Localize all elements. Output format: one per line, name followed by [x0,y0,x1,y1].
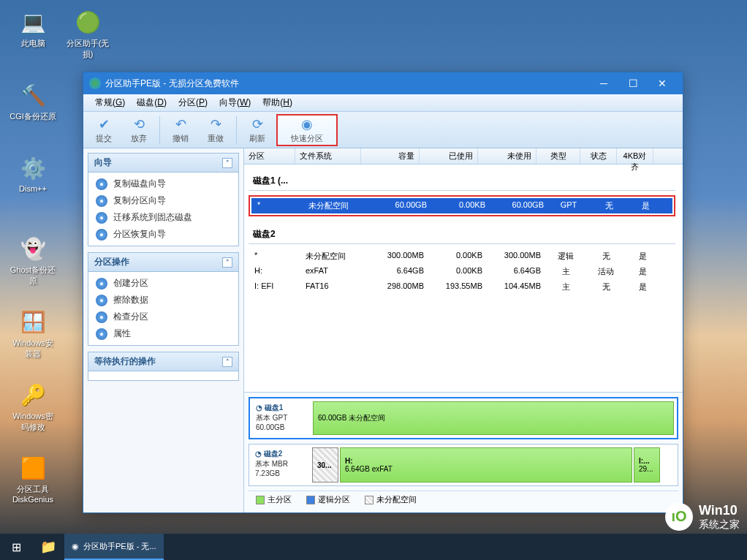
taskbar-app-item[interactable]: ◉ 分区助手PE版 - 无... [64,534,164,560]
selected-row-highlight: *未分配空间60.00GB0.00KB60.00GBGPT无是 [249,195,675,216]
app-icon: ◉ [72,542,79,551]
sidebar-item-label: 擦除数据 [113,294,148,306]
sidebar-item[interactable]: ●复制磁盘向导 [88,175,238,192]
disk-group-label[interactable]: 磁盘1 (... [249,169,675,190]
titlebar[interactable]: 分区助手PE版 - 无损分区免费软件 ─ ☐ ✕ [83,72,683,94]
desktop-icon-label: Ghost备份还 原 [7,265,58,287]
disk-icon: ◔ [256,404,262,412]
desktop-icon[interactable]: 🟧分区工具 DiskGenius [7,453,58,504]
sidebar-item[interactable]: ●属性 [88,325,238,342]
quick-partition-button[interactable]: ◉快速分区 [276,114,338,146]
menu-item[interactable]: 帮助(H) [257,95,298,110]
pending-panel: 等待执行的操作 ˄ [88,352,239,381]
menu-item[interactable]: 磁盘(D) [131,95,172,110]
disk-segment[interactable]: 30... [312,447,338,483]
sidebar-item[interactable]: ●检查分区 [88,309,238,325]
minimize-button[interactable]: ─ [589,76,618,91]
quick-partition-icon: ◉ [301,116,313,132]
col-partition[interactable]: 分区 [244,148,295,164]
sidebar-item-label: 复制分区向导 [113,194,166,207]
check-icon: ✔ [99,116,110,132]
desktop-icon[interactable]: 🪟Windows安 装器 [7,307,58,360]
wizard-panel: 向导 ˄ ●复制磁盘向导●复制分区向导●迁移系统到固态磁盘●分区恢复向导 [88,153,239,246]
desktop-icon-glyph: 🔨 [18,80,48,110]
desktop-icon[interactable]: 🟢分区助手(无 损) [62,7,113,60]
col-capacity[interactable]: 容量 [361,148,420,164]
desktop-icon[interactable]: ⚙️Dism++ [7,154,58,193]
disk-icon: ◔ [255,450,262,458]
col-used[interactable]: 已使用 [420,148,478,164]
desktop-icon-label: 分区工具 DiskGenius [7,484,58,504]
disk-segment[interactable]: H:6.64GB exFAT [340,447,632,483]
col-unused[interactable]: 未使用 [478,148,536,164]
desktop-icon-label: Windows密 码修改 [7,411,58,433]
desktop-icon[interactable]: 👻Ghost备份还 原 [7,234,58,287]
menu-item[interactable]: 常规(G) [89,95,131,110]
disk-group-label[interactable]: 磁盘2 [249,222,675,243]
app-window: 分区助手PE版 - 无损分区免费软件 ─ ☐ ✕ 常规(G)磁盘(D)分区(P)… [83,72,683,513]
disk-info: ◔ 磁盘2 基本 MBR 7.23GB [252,447,312,483]
maximize-button[interactable]: ☐ [618,76,648,91]
undo-button[interactable]: ↶撤销 [164,114,197,146]
desktop-icon[interactable]: 💻此电脑 [7,7,58,49]
disk-segment[interactable]: 60.00GB 未分配空间 [313,401,674,435]
table-row[interactable]: H:exFAT6.64GB0.00KB6.64GB主活动是 [249,264,675,279]
desktop-icon-glyph: 🟧 [18,453,48,483]
sidebar-item[interactable]: ●迁移系统到固态磁盘 [88,209,238,226]
commit-button[interactable]: ✔提交 [88,114,120,146]
desktop-icon-label: 此电脑 [7,38,58,49]
refresh-icon: ⟳ [252,116,263,132]
content-area: 分区 文件系统 容量 已使用 未使用 类型 状态 4KB对齐 磁盘1 (... … [244,148,683,512]
partition-table-header: 分区 文件系统 容量 已使用 未使用 类型 状态 4KB对齐 [244,148,683,164]
separator [159,116,160,144]
col-filesystem[interactable]: 文件系统 [295,148,361,164]
desktop-icon-label: Windows安 装器 [7,338,58,360]
col-type[interactable]: 类型 [536,148,580,164]
desktop-icon-glyph: 🟢 [73,7,102,37]
collapse-icon[interactable]: ˄ [222,357,232,367]
start-button[interactable]: ⊞ [0,534,32,560]
legend-swatch-primary [256,496,265,504]
col-status[interactable]: 状态 [580,148,617,164]
sidebar-item-label: 属性 [113,328,131,340]
window-title: 分区助手PE版 - 无损分区免费软件 [105,77,589,90]
desktop-icon-label: CGI备份还原 [7,111,58,122]
sidebar: 向导 ˄ ●复制磁盘向导●复制分区向导●迁移系统到固态磁盘●分区恢复向导 分区操… [83,148,244,512]
table-row[interactable]: I: EFIFAT16298.00MB193.55MB104.45MB主无是 [249,279,675,295]
desktop-icon-label: 分区助手(无 损) [62,38,113,60]
sidebar-item-label: 检查分区 [113,311,148,323]
close-button[interactable]: ✕ [648,76,677,91]
collapse-icon[interactable]: ˄ [222,158,232,168]
legend-swatch-unalloc [365,496,374,504]
disk-map-2[interactable]: ◔ 磁盘2 基本 MBR 7.23GB 30...H:6.64GB exFATI… [249,444,678,486]
ops-panel-header[interactable]: 分区操作 ˄ [88,253,238,272]
menu-item[interactable]: 分区(P) [172,95,213,110]
sidebar-item-label: 迁移系统到固态磁盘 [113,211,192,224]
disk-segment[interactable]: I:...29... [634,447,660,483]
collapse-icon[interactable]: ˄ [222,257,232,268]
sidebar-item-label: 复制磁盘向导 [113,178,166,190]
refresh-button[interactable]: ⟳刷新 [241,114,273,146]
table-row[interactable]: *未分配空间300.00MB0.00KB300.00MB逻辑无是 [249,249,675,264]
sidebar-item[interactable]: ●擦除数据 [88,292,238,309]
sidebar-item-label: 创建分区 [113,277,148,290]
wizard-panel-header[interactable]: 向导 ˄ [88,154,238,173]
file-explorer-icon[interactable]: 📁 [32,534,64,560]
app-icon [89,77,101,89]
sidebar-item[interactable]: ●创建分区 [88,275,238,292]
menubar: 常规(G)磁盘(D)分区(P)向导(W)帮助(H) [83,94,683,112]
col-align[interactable]: 4KB对齐 [617,148,653,164]
desktop-icon[interactable]: 🔨CGI备份还原 [7,80,58,122]
sidebar-item-icon: ● [96,311,107,323]
disk-map-1[interactable]: ◔ 磁盘1 基本 GPT 60.00GB 60.00GB 未分配空间 [249,397,678,439]
desktop-icon[interactable]: 🔑Windows密 码修改 [7,380,58,433]
menu-item[interactable]: 向导(W) [213,95,257,110]
sidebar-item[interactable]: ●分区恢复向导 [88,226,238,243]
pending-panel-header[interactable]: 等待执行的操作 ˄ [88,352,238,371]
redo-button[interactable]: ↷重做 [200,114,232,146]
table-row[interactable]: *未分配空间60.00GB0.00KB60.00GBGPT无是 [251,198,672,213]
sidebar-item[interactable]: ●复制分区向导 [88,192,238,209]
discard-button[interactable]: ⟲放弃 [123,114,155,146]
sidebar-item-icon: ● [96,229,107,241]
ops-panel: 分区操作 ˄ ●创建分区●擦除数据●检查分区●属性 [88,252,239,346]
